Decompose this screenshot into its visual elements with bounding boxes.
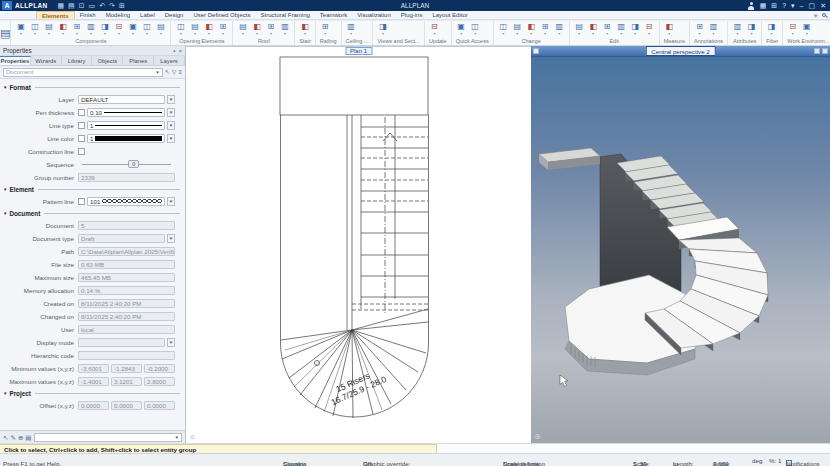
search-icon[interactable] [822, 13, 826, 17]
close-icon[interactable]: ✕ [820, 2, 826, 10]
tool-icon[interactable]: ▣▾ [14, 22, 27, 36]
tool-icon[interactable]: ◨▾ [98, 22, 111, 36]
viewport-close-icon[interactable] [822, 48, 828, 54]
ribbon-tab-layout-editor[interactable]: Layout Editor [427, 11, 472, 19]
redo-icon[interactable]: ↷ [109, 2, 115, 9]
status-angle-unit[interactable]: deg [752, 457, 762, 464]
tool-icon[interactable]: ▤▾ [154, 22, 167, 36]
tool-icon[interactable]: ▤▾ [511, 22, 524, 36]
linecolor-caret-icon[interactable]: ▼ [167, 134, 175, 143]
ribbon-tab-structural-framing[interactable]: Structural Framing [255, 11, 314, 19]
tool-icon[interactable]: ◧▾ [587, 22, 600, 36]
palette-tab-properties[interactable]: Properties [0, 56, 31, 65]
tool-icon[interactable]: ▥▾ [707, 22, 720, 36]
palette-tab-objects[interactable]: Objects [92, 56, 123, 65]
open-icon[interactable]: ⊡ [79, 2, 85, 9]
pin-icon[interactable]: ▪ [173, 48, 175, 54]
tool-icon[interactable]: ◧▾ [525, 22, 538, 36]
tool-icon[interactable]: ▥▾ [553, 22, 566, 36]
pattern-caret-icon[interactable]: ▼ [167, 197, 175, 206]
sequence-slider[interactable]: 0 [82, 164, 171, 165]
ribbon-tab-teamwork[interactable]: Teamwork [315, 11, 352, 19]
tool-icon[interactable]: ◧▾ [202, 22, 215, 36]
tool-icon[interactable]: ⊞▾ [319, 22, 332, 36]
tool-icon[interactable]: ⊞▾ [70, 22, 83, 36]
help-icon[interactable]: ? [782, 2, 786, 10]
combo-caret-icon[interactable]: ▼ [175, 435, 179, 440]
tool-icon[interactable]: ⊞▾ [693, 22, 706, 36]
collapse-icon[interactable]: ▼ [3, 391, 7, 396]
tool-icon[interactable]: ◧▾ [298, 22, 311, 36]
tool-icon[interactable]: ◨▾ [376, 22, 389, 36]
tool-icon[interactable]: ◧▾ [56, 22, 69, 36]
ribbon-tab-visualization[interactable]: Visualization [352, 11, 396, 19]
caret-icon[interactable]: ▼ [167, 234, 175, 243]
tool-icon[interactable]: ◫▾ [140, 22, 153, 36]
construction-checkbox[interactable] [78, 148, 85, 155]
ribbon-tab-modeling[interactable]: Modeling [101, 11, 135, 19]
tool-icon[interactable]: ⊞▾ [601, 22, 614, 36]
caret-icon[interactable]: ▼ [167, 338, 175, 347]
ribbon-tab-design[interactable]: Design [160, 11, 189, 19]
palette-tab-wizards[interactable]: Wizards [31, 56, 62, 65]
print-icon[interactable]: ⊞ [119, 2, 125, 9]
viewport-restore-icon[interactable] [814, 48, 820, 54]
tool-icon[interactable]: ◫▾ [469, 22, 482, 36]
linetype-checkbox[interactable] [78, 122, 85, 129]
tool-icon[interactable]: ▥▾ [345, 22, 358, 36]
ribbon-tab-plug-ins[interactable]: Plug-ins [396, 11, 428, 19]
tool-icon[interactable]: ▥▾ [731, 22, 744, 36]
tool-icon[interactable]: ▤▾ [42, 22, 55, 36]
pen-checkbox[interactable] [78, 109, 85, 116]
menu-icon[interactable]: ▦ [57, 2, 64, 9]
tool-icon[interactable]: ⊟▾ [112, 22, 125, 36]
collapse-icon[interactable]: ▼ [3, 85, 7, 90]
tool-icon[interactable]: ▥▾ [615, 22, 628, 36]
apps-grid-icon[interactable]: ▦ [760, 2, 767, 10]
save-icon[interactable]: ▭ [89, 2, 96, 9]
combo-caret-icon[interactable]: ▼ [155, 70, 159, 75]
tool-icon[interactable]: ◧▾ [663, 22, 676, 36]
linecolor-checkbox[interactable] [78, 135, 85, 142]
plan-viewport[interactable]: Plan 1 [186, 46, 531, 443]
collapse-icon[interactable]: ▼ [3, 211, 7, 216]
layer-select[interactable]: DEFAULT [78, 95, 165, 104]
view-compass-icon[interactable]: ☼ [189, 432, 196, 441]
tool-icon[interactable]: ▥▾ [278, 22, 291, 36]
tool-icon[interactable]: ▥▾ [84, 22, 97, 36]
ribbon-tab-elements[interactable]: Elements [36, 11, 75, 19]
tool-icon[interactable]: ◧▾ [250, 22, 263, 36]
render-canvas[interactable]: ⊕ [531, 57, 830, 443]
pattern-select[interactable]: 101 [87, 197, 165, 206]
pick-icon[interactable]: ✎ [10, 433, 15, 442]
perspective-viewport[interactable]: Central perspective 2 [531, 46, 830, 443]
tool-icon[interactable]: ⊞▾ [539, 22, 552, 36]
pen-caret-icon[interactable]: ▼ [167, 108, 175, 117]
select-arrow-icon[interactable]: ↖ [165, 68, 170, 76]
pen-select[interactable]: 0.10 [87, 108, 165, 117]
allplan-logo[interactable]: A [2, 1, 12, 10]
list-settings-icon[interactable]: ≡ [178, 68, 182, 76]
ribbon-tab-finish[interactable]: Finish [75, 11, 101, 19]
add-icon[interactable]: ⊕ [18, 433, 23, 442]
tool-icon[interactable]: ▤▾ [573, 22, 586, 36]
palettes-button[interactable]: ▤ [0, 21, 11, 45]
tool-icon[interactable]: ◨▾ [745, 22, 758, 36]
palette-tab-layers[interactable]: Layers [154, 56, 185, 65]
help-caret-icon[interactable]: ▾ [791, 2, 795, 10]
status-percent[interactable]: %: 1 [769, 457, 781, 464]
palette-tab-library[interactable]: Library [62, 56, 93, 65]
tool-icon[interactable]: ▣▾ [455, 22, 468, 36]
tool-icon[interactable]: ▤▾ [188, 22, 201, 36]
select-elements-icon[interactable]: ↖ [3, 433, 8, 442]
linecolor-select[interactable]: 1 [87, 134, 165, 143]
viewport-title[interactable]: Central perspective 2 [645, 46, 715, 56]
tool-icon[interactable]: ◫▾ [28, 22, 41, 36]
sequence-handle[interactable]: 0 [128, 160, 139, 168]
viewport-menu-icon[interactable] [533, 48, 539, 54]
plan-tab[interactable]: Plan 1 [345, 47, 372, 55]
new-document-icon[interactable]: ▤ [68, 2, 75, 9]
tool-icon[interactable]: ◨▾ [629, 22, 642, 36]
minimize-icon[interactable]: – [800, 2, 804, 10]
ribbon-tab-label[interactable]: Label [135, 11, 160, 19]
